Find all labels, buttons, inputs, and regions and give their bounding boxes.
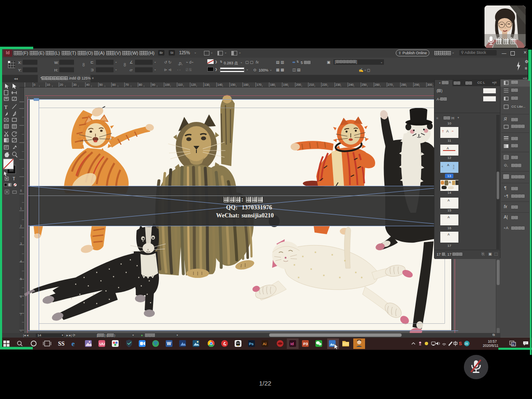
svg-text:Ps: Ps: [249, 342, 254, 346]
svg-text:Id: Id: [291, 342, 294, 346]
svg-text:T: T: [4, 104, 8, 110]
svg-text:2020/6/11: 2020/6/11: [483, 344, 498, 348]
svg-text:e: e: [71, 340, 75, 348]
svg-text:Ai: Ai: [263, 342, 267, 346]
svg-text:W: W: [167, 341, 172, 346]
svg-text:SS: SS: [58, 341, 65, 347]
svg-text:S: S: [459, 341, 462, 346]
svg-text:UU: UU: [100, 342, 105, 346]
svg-text:T: T: [13, 177, 15, 181]
svg-text:P3: P3: [303, 342, 308, 346]
svg-text:10:57: 10:57: [488, 339, 497, 344]
svg-text:28: 28: [465, 342, 468, 345]
